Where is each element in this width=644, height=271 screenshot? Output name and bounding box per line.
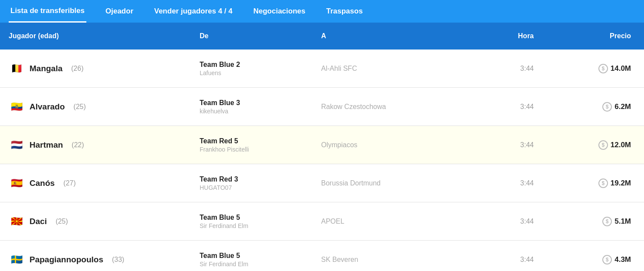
player-age-2: (22) <box>72 141 84 149</box>
cell-time-5: 3:44 <box>477 256 547 264</box>
cell-from-0: Team Blue 2 Lafuens <box>200 61 321 76</box>
table-row[interactable]: 🇸🇪 Papagiannopoulos (33) Team Blue 5 Sir… <box>0 241 644 271</box>
table-row[interactable]: 🇲🇰 Daci (25) Team Blue 5 Sir Ferdinand E… <box>0 202 644 241</box>
cell-time-2: 3:44 <box>477 141 547 149</box>
nav-item-ojeador[interactable]: Ojeador <box>104 1 135 22</box>
cell-player-4: 🇲🇰 Daci (25) <box>9 216 200 227</box>
player-name-1: Alvarado <box>30 102 65 112</box>
cell-price-3: $ 19.2M <box>547 178 635 188</box>
player-flag-2: 🇳🇱 <box>9 140 24 150</box>
cell-price-1: $ 6.2M <box>547 102 635 112</box>
player-name-5: Papagiannopoulos <box>30 255 103 264</box>
nav-item-traspasos[interactable]: Traspasos <box>325 1 365 22</box>
cell-player-2: 🇳🇱 Hartman (22) <box>9 140 200 150</box>
cell-price-0: $ 14.0M <box>547 64 635 73</box>
cell-price-4: $ 5.1M <box>547 217 635 226</box>
cell-from-2: Team Red 5 Frankhoo Piscitelli <box>200 137 321 153</box>
col-header-time: Hora <box>477 32 547 40</box>
nav-item-negociaciones[interactable]: Negociaciones <box>252 1 307 22</box>
cell-from-5: Team Blue 5 Sir Ferdinand Elm <box>200 252 321 268</box>
col-header-to: A <box>321 32 477 40</box>
price-value-1: 6.2M <box>614 102 631 111</box>
manager-name-3: HUGATO07 <box>200 184 321 191</box>
player-flag-0: 🇧🇪 <box>9 63 24 74</box>
player-age-0: (26) <box>71 65 83 73</box>
player-age-3: (27) <box>63 179 76 187</box>
cell-to-1: Rakow Czestochowa <box>321 103 477 111</box>
table-row[interactable]: 🇧🇪 Mangala (26) Team Blue 2 Lafuens Al-A… <box>0 50 644 88</box>
price-icon-4: $ <box>602 217 612 226</box>
price-value-5: 4.3M <box>614 255 631 264</box>
player-flag-1: 🇪🇨 <box>9 102 24 112</box>
price-icon-2: $ <box>598 140 608 150</box>
col-header-player: Jugador (edad) <box>9 32 200 40</box>
table-row[interactable]: 🇪🇨 Alvarado (25) Team Blue 3 kikehuelva … <box>0 88 644 126</box>
player-name-2: Hartman <box>30 140 63 150</box>
cell-price-2: $ 12.0M <box>547 140 635 150</box>
manager-name-1: kikehuelva <box>200 108 321 115</box>
cell-time-1: 3:44 <box>477 103 547 111</box>
cell-player-5: 🇸🇪 Papagiannopoulos (33) <box>9 254 200 265</box>
price-value-4: 5.1M <box>614 217 631 226</box>
cell-from-1: Team Blue 3 kikehuelva <box>200 99 321 115</box>
cell-player-0: 🇧🇪 Mangala (26) <box>9 63 200 74</box>
price-icon-3: $ <box>598 178 608 188</box>
cell-time-3: 3:44 <box>477 179 547 187</box>
cell-time-4: 3:44 <box>477 218 547 225</box>
manager-name-2: Frankhoo Piscitelli <box>200 146 321 153</box>
player-flag-5: 🇸🇪 <box>9 254 24 265</box>
team-name-5: Team Blue 5 <box>200 252 321 260</box>
col-header-price: Precio <box>547 32 635 40</box>
cell-from-4: Team Blue 5 Sir Ferdinand Elm <box>200 214 321 229</box>
column-headers: Jugador (edad) De A Hora Precio <box>0 23 644 50</box>
cell-price-5: $ 4.3M <box>547 255 635 264</box>
col-header-from: De <box>200 32 321 40</box>
cell-to-2: Olympiacos <box>321 141 477 149</box>
team-name-0: Team Blue 2 <box>200 61 321 69</box>
price-value-2: 12.0M <box>611 141 631 149</box>
table-row[interactable]: 🇳🇱 Hartman (22) Team Red 5 Frankhoo Pisc… <box>0 126 644 164</box>
price-value-0: 14.0M <box>611 64 631 73</box>
player-flag-4: 🇲🇰 <box>9 216 24 227</box>
cell-from-3: Team Red 3 HUGATO07 <box>200 175 321 191</box>
cell-to-5: SK Beveren <box>321 256 477 264</box>
top-navigation: Lista de transferiblesOjeadorVender juga… <box>0 0 644 23</box>
player-name-3: Canós <box>30 178 55 188</box>
player-age-4: (25) <box>56 218 68 225</box>
nav-item-transferibles[interactable]: Lista de transferibles <box>9 0 86 23</box>
player-age-5: (33) <box>112 256 124 264</box>
player-name-4: Daci <box>30 217 47 226</box>
transfers-table: 🇧🇪 Mangala (26) Team Blue 2 Lafuens Al-A… <box>0 50 644 271</box>
player-age-1: (25) <box>73 103 85 111</box>
team-name-3: Team Red 3 <box>200 175 321 183</box>
cell-to-4: APOEL <box>321 218 477 225</box>
team-name-2: Team Red 5 <box>200 137 321 145</box>
cell-to-0: Al-Ahli SFC <box>321 65 477 73</box>
cell-player-1: 🇪🇨 Alvarado (25) <box>9 102 200 112</box>
cell-player-3: 🇪🇸 Canós (27) <box>9 178 200 188</box>
team-name-1: Team Blue 3 <box>200 99 321 107</box>
player-flag-3: 🇪🇸 <box>9 178 24 188</box>
nav-item-vender[interactable]: Vender jugadores 4 / 4 <box>152 1 234 22</box>
player-name-0: Mangala <box>30 64 62 73</box>
cell-to-3: Borussia Dortmund <box>321 179 477 187</box>
manager-name-5: Sir Ferdinand Elm <box>200 261 321 268</box>
price-icon-5: $ <box>602 255 612 264</box>
table-row[interactable]: 🇪🇸 Canós (27) Team Red 3 HUGATO07 Boruss… <box>0 164 644 202</box>
cell-time-0: 3:44 <box>477 65 547 73</box>
price-value-3: 19.2M <box>611 179 631 188</box>
team-name-4: Team Blue 5 <box>200 214 321 221</box>
price-icon-1: $ <box>602 102 612 112</box>
manager-name-4: Sir Ferdinand Elm <box>200 222 321 229</box>
manager-name-0: Lafuens <box>200 69 321 76</box>
price-icon-0: $ <box>598 64 608 73</box>
